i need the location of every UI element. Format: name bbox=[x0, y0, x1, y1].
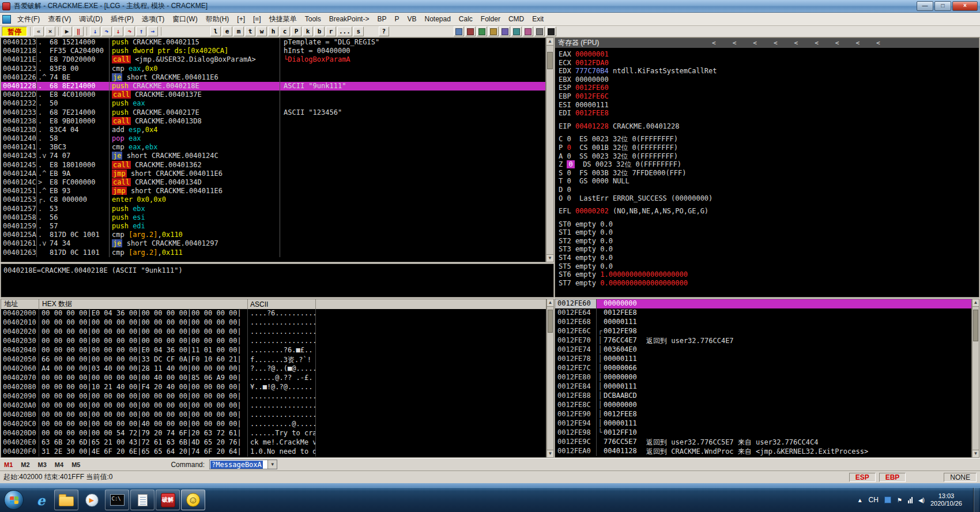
restart-icon[interactable]: « bbox=[33, 27, 44, 36]
language-indicator[interactable]: CH bbox=[869, 496, 879, 504]
dump-row[interactable]: 0040201000 00 00 00|00 00 00 00|00 00 00… bbox=[1, 318, 546, 327]
taskbar-app-explorer[interactable] bbox=[54, 490, 78, 510]
disasm-row[interactable]: 0040124A.^EB 9Ajmp short CRACKME.004011E… bbox=[1, 170, 545, 178]
register-line[interactable]: ST2 empty 0.0 bbox=[559, 237, 979, 246]
dump-row[interactable]: 0040203000 00 00 00|00 00 00 00|00 00 00… bbox=[1, 337, 546, 346]
disasm-row[interactable]: 0040122D.E8 4C010000call CRACKME.0040137… bbox=[1, 91, 545, 99]
menu-item-11[interactable]: Tools bbox=[301, 13, 325, 25]
memory-tab-m4[interactable]: M4 bbox=[51, 461, 67, 468]
menu-item-8[interactable]: [+] bbox=[233, 13, 249, 25]
dump-row[interactable]: 0040204000 00 00 00|00 00 00 00|E0 04 36… bbox=[1, 346, 546, 355]
plugin-icon-2[interactable] bbox=[465, 27, 476, 36]
disasm-row[interactable]: 00401232.50push eax bbox=[1, 99, 545, 108]
chevron-left-icon[interactable]: < bbox=[774, 39, 778, 47]
register-line[interactable]: ST5 empty 0.0 bbox=[559, 262, 979, 271]
window-button-t[interactable]: t bbox=[245, 27, 255, 36]
help-button[interactable]: ? bbox=[379, 27, 389, 36]
chevron-left-icon[interactable]: < bbox=[712, 39, 716, 47]
disasm-row[interactable]: 00401238.E8 9B010000call CRACKME.004013D… bbox=[1, 117, 545, 126]
stack-row[interactable]: 0012FE6000000000 bbox=[555, 299, 971, 308]
run-icon[interactable]: ▶ bbox=[62, 27, 72, 36]
dump-row[interactable]: 004020B000 00 00 00|00 00 00 00|00 00 00… bbox=[1, 411, 546, 420]
plugin-icon-8[interactable] bbox=[534, 27, 545, 36]
dump-row[interactable]: 004020A000 00 00 00|00 00 00 00|00 00 00… bbox=[1, 401, 546, 411]
window-button-k[interactable]: k bbox=[303, 27, 313, 36]
step-over-icon[interactable]: ↷ bbox=[101, 27, 112, 36]
taskbar-app-crackme[interactable]: ☺ bbox=[181, 490, 205, 510]
disasm-row[interactable]: 0040123D.83C4 04add esp,0x4 bbox=[1, 126, 545, 134]
stack-row[interactable]: 0012FE84│00000111 bbox=[555, 382, 971, 391]
plugin-icon-4[interactable] bbox=[488, 27, 499, 36]
dump-row[interactable]: 0040209000 00 00 00|00 00 00 00|00 00 00… bbox=[1, 392, 546, 401]
window-button-m[interactable]: m bbox=[233, 27, 244, 36]
disasm-row[interactable]: 00401257.53push ebx bbox=[1, 205, 545, 213]
menu-item-15[interactable]: VB bbox=[403, 13, 420, 25]
animate-into-icon[interactable]: ↓ bbox=[113, 27, 123, 36]
scroll-down-icon[interactable]: ▼ bbox=[547, 450, 553, 457]
stack-row[interactable]: 0012FE9C776CC5E7返回到 user32.776CC5E7 来自 u… bbox=[555, 438, 971, 447]
register-line[interactable]: EIP 00401228 CRACKME.00401228 bbox=[559, 122, 979, 131]
disasm-row[interactable]: 0040124C>E8 FC000000call CRACKME.0040134… bbox=[1, 178, 545, 187]
memory-tab-m3[interactable]: M3 bbox=[34, 461, 51, 468]
register-line[interactable]: O 0 LastErr ERROR_SUCCESS (00000000) bbox=[559, 194, 979, 203]
menu-item-20[interactable]: Exit bbox=[528, 13, 548, 25]
pause-icon[interactable]: ‖ bbox=[73, 27, 84, 36]
disasm-row[interactable]: 00401253┌.C8 000000enter 0x0,0x0 bbox=[1, 195, 545, 204]
register-line[interactable]: EDX 777C70B4 ntdll.KiFastSystemCallRet bbox=[559, 67, 979, 76]
disasm-row[interactable]: 00401233.68 7E214000push CRACKME.0040217… bbox=[1, 108, 545, 117]
register-line[interactable]: EBP 0012FE6C bbox=[559, 92, 979, 101]
animate-over-icon[interactable]: ↷ bbox=[125, 27, 135, 36]
menu-item-3[interactable]: 调试(D) bbox=[75, 13, 107, 25]
register-pane-chevrons[interactable]: <<<<<<<<< bbox=[712, 38, 880, 48]
stack-row[interactable]: 0012FE74│003604E0 bbox=[555, 345, 971, 355]
dump-header-address[interactable]: 地址 bbox=[1, 299, 39, 309]
stack-row[interactable]: 0012FE88│DCBAABCD bbox=[555, 391, 971, 401]
dump-row[interactable]: 004020F031 2E 30 00|4E 6F 20 6E|65 65 64… bbox=[1, 447, 546, 457]
network-icon[interactable] bbox=[908, 496, 913, 503]
disasm-row[interactable]: 00401226.^74 BEje short CRACKME.004011E6 bbox=[1, 73, 545, 82]
taskbar-app-ie[interactable]: e bbox=[29, 490, 53, 510]
memory-tab-m5[interactable]: M5 bbox=[67, 461, 84, 468]
dump-row[interactable]: 0040200000 00 00 00|E0 04 36 00|00 00 00… bbox=[1, 309, 546, 318]
stack-row[interactable]: 0012FE94│00000111 bbox=[555, 419, 971, 428]
register-line[interactable]: ST4 empty 0.0 bbox=[559, 254, 979, 262]
menu-item-4[interactable]: 插件(P) bbox=[107, 13, 138, 25]
register-line[interactable]: ST1 empty 0.0 bbox=[559, 228, 979, 237]
dump-row[interactable]: 004020E063 6B 20 6D|65 21 00 43|72 61 63… bbox=[1, 438, 546, 447]
scroll-up-icon[interactable]: ▲ bbox=[973, 299, 979, 307]
stack-row[interactable]: 0012FE7C│00000066 bbox=[555, 364, 971, 373]
window-button-l[interactable]: l bbox=[210, 27, 221, 36]
window-button-P[interactable]: P bbox=[291, 27, 301, 36]
menu-item-2[interactable]: 查看(V) bbox=[44, 13, 75, 25]
register-line[interactable]: EBX 00000000 bbox=[559, 76, 979, 84]
chevron-left-icon[interactable]: < bbox=[733, 39, 737, 47]
menu-item-13[interactable]: BP bbox=[373, 13, 390, 25]
memory-tab-m2[interactable]: M2 bbox=[17, 461, 33, 468]
disasm-scrollbar[interactable]: ▲ ▼ bbox=[546, 37, 554, 262]
menu-item-9[interactable]: [=] bbox=[249, 13, 265, 25]
tray-app-icon[interactable] bbox=[884, 496, 891, 503]
disasm-row[interactable]: 00401245.E8 18010000call CRACKME.0040136… bbox=[1, 161, 545, 170]
window-button-e[interactable]: e bbox=[222, 27, 232, 36]
stack-row[interactable]: 0012FE90│0012FEE8 bbox=[555, 410, 971, 419]
stack-row[interactable]: 0012FE98└0012FF10 bbox=[555, 428, 971, 438]
memory-tab-m1[interactable]: M1 bbox=[0, 461, 17, 468]
stack-row[interactable]: 0012FE640012FEE8 bbox=[555, 308, 971, 318]
chevron-left-icon[interactable]: < bbox=[835, 39, 839, 47]
menu-item-17[interactable]: Calc bbox=[455, 13, 477, 25]
taskbar-app-script[interactable] bbox=[130, 490, 154, 510]
disasm-row[interactable]: 00401261.v74 34je short CRACKME.00401297 bbox=[1, 239, 545, 248]
scroll-thumb[interactable] bbox=[973, 310, 978, 341]
step-into-icon[interactable]: ↓ bbox=[90, 27, 100, 36]
show-desktop-button[interactable] bbox=[973, 488, 979, 512]
disasm-row[interactable]: 00401228.68 8E214000push CRACKME.0040218… bbox=[1, 82, 545, 91]
chevron-left-icon[interactable]: < bbox=[753, 39, 757, 47]
register-line[interactable]: S 0 FS 003B 32位 7FFDE000(FFF) bbox=[559, 169, 979, 178]
dump-scrollbar[interactable]: ▲ ▼ bbox=[546, 299, 554, 458]
stack-row[interactable]: 0012FE6800000111 bbox=[555, 318, 971, 327]
menu-item-7[interactable]: 帮助(H) bbox=[202, 13, 233, 25]
window-button-s[interactable]: s bbox=[353, 27, 364, 36]
disasm-row[interactable]: 00401258.56push esi bbox=[1, 213, 545, 222]
scroll-down-icon[interactable]: ▼ bbox=[973, 450, 979, 457]
menu-item-10[interactable]: 快捷菜单 bbox=[265, 13, 301, 25]
